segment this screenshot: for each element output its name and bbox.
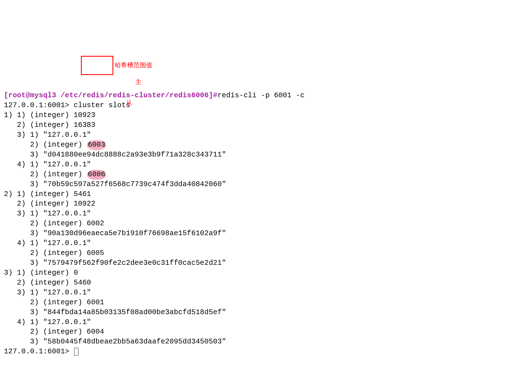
hash-range-annotation: 哈希槽范围值 [115,61,152,69]
slot3-replica-label: 4) [17,318,26,326]
slot2-master-label: 3) [17,210,26,218]
slot3-replica-port: 6004 [87,328,104,336]
slot3-end-label: 2) (integer) [17,279,74,287]
slot2-replica-id-label: 3) [30,259,43,267]
slot1-master-ip-label: 1) [30,131,43,139]
slot2-master-id: "90a130d96eaeca5e7b1910f76698ae15f6102a9… [43,229,226,237]
slot3-replica-port-label: 2) (integer) [30,328,87,336]
master-annotation: 主 [135,78,142,86]
slot1-start-label: 1) (integer) [17,111,74,119]
slot2-start-value: 5461 [74,190,91,198]
slot2-master-ip-label: 1) [30,210,43,218]
slot2-master-ip: "127.0.0.1" [43,210,91,218]
final-cli-prompt[interactable]: 127.0.0.1:6001> [4,347,74,356]
slot1-end-value: 16383 [74,121,95,129]
slot3-replica-id: "58b0445f48dbeae2bb5a63daafe2095dd345050… [43,338,226,346]
shell-command: redis-cli -p 6001 -c [217,91,304,100]
slot2-replica-id: "7579479f562f90fe2c2dee3e0c31ff0cac5e2d2… [43,259,226,267]
cli-prompt: 127.0.0.1:6001> [4,101,74,109]
slot3-master-ip: "127.0.0.1" [43,289,91,297]
slot1-replica-ip-label: 1) [30,160,43,169]
slot1-master-port-label: 2) (integer) [30,141,87,149]
slot2-end-value: 10922 [74,200,95,208]
slot2-replica-ip: "127.0.0.1" [43,239,91,247]
slot2-start-label: 1) (integer) [17,190,74,198]
slot3-master-port-label: 2) (integer) [30,298,87,307]
slot3-index: 3) [4,269,13,277]
terminal-output[interactable]: 哈希槽范围值 主 从 [root@mysql3 /etc/redis/redis… [4,42,528,357]
cursor-icon [74,348,78,356]
shell-prompt-hash: # [213,91,217,100]
hash-range-box [81,56,113,75]
slot2-index: 2) [4,190,13,198]
slot3-end-value: 5460 [74,279,91,287]
shell-prompt-path: /etc/redis/redis-cluster/redis6006] [56,91,213,100]
cli-command: cluster slots [74,101,130,109]
slot3-master-label: 3) [17,289,26,297]
slot1-start-value: 10923 [74,111,95,119]
slot2-replica-label: 4) [17,239,26,247]
slot1-end-label: 2) (integer) [17,121,74,129]
slot2-end-label: 2) (integer) [17,200,74,208]
slot3-replica-id-label: 3) [30,338,43,346]
slot1-master-port: 6003 [87,140,107,150]
slot1-master-id-label: 3) [30,151,43,159]
slot1-replica-label: 4) [17,160,26,169]
slot2-master-port-label: 2) (integer) [30,219,87,228]
slot1-index: 1) [4,111,13,119]
slot1-master-label: 3) [17,131,26,139]
slot1-replica-id-label: 3) [30,180,43,188]
slot3-replica-ip-label: 1) [30,318,43,326]
slot1-master-ip: "127.0.0.1" [43,131,91,139]
slot1-master-id: "d041880ee94dc8888c2a93e3b9f71a328c34371… [43,151,226,159]
slot3-master-id-label: 3) [30,308,43,316]
slot2-replica-port: 6005 [87,249,104,257]
slot3-master-port: 6001 [87,298,104,307]
slot3-start-label: 1) (integer) [17,269,74,277]
slot2-replica-port-label: 2) (integer) [30,249,87,257]
slot2-master-port: 6002 [87,219,104,228]
slot1-replica-id: "70b59c597a527f6568c7739c474f3dda4084206… [43,180,226,188]
slot1-replica-ip: "127.0.0.1" [43,160,91,169]
slot1-replica-port-label: 2) (integer) [30,170,87,179]
slot2-master-id-label: 3) [30,229,43,237]
slot2-replica-ip-label: 1) [30,239,43,247]
slot3-replica-ip: "127.0.0.1" [43,318,91,326]
slot1-replica-port: 6006 [87,170,107,180]
slot3-master-id: "844fbda14a85b03135f08ad00be3abcfd518d5e… [43,308,226,316]
shell-prompt-user: [root@mysql3 [4,91,56,100]
slot3-start-value: 0 [74,269,78,277]
slot3-master-ip-label: 1) [30,289,43,297]
